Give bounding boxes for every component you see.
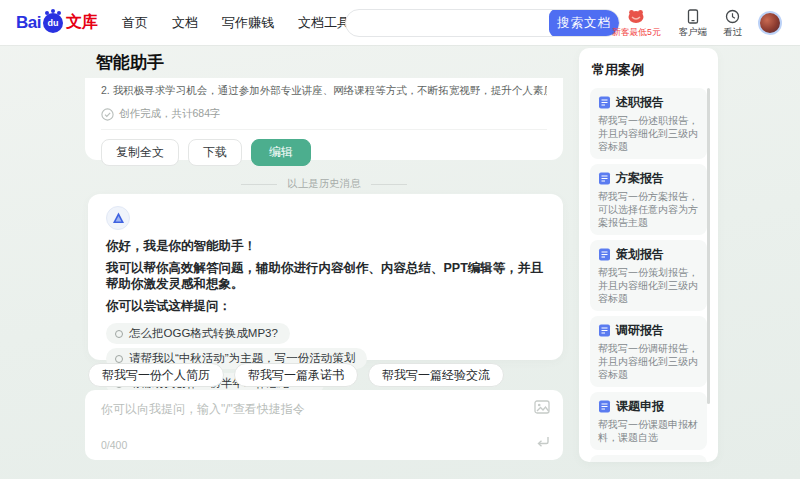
creation-status-text: 创作完成，共计684字 (119, 107, 221, 121)
divider-line-right (371, 184, 407, 185)
logo-du-text: du (47, 18, 58, 28)
header: Bai du 文库 首页 文档 写作赚钱 文档工具 更多 搜索文档 (0, 0, 800, 45)
history-separator (101, 129, 547, 130)
user-avatar[interactable] (758, 11, 782, 35)
search-input[interactable] (346, 10, 549, 36)
case-card-planning-report[interactable]: 策划报告 帮我写一份策划报告，并且内容细化到三级内容标题 (590, 240, 707, 311)
clock-icon (725, 9, 740, 24)
new-customer-promo[interactable]: 新客最低5元 (610, 9, 663, 37)
nav-item-docs[interactable]: 文档 (172, 14, 198, 32)
baidu-wenku-logo[interactable]: Bai du 文库 (16, 12, 98, 33)
page-title: 智能助手 (96, 51, 164, 74)
wenku-logo-icon (112, 212, 125, 224)
quick-chip-commitment[interactable]: 帮我写一篇承诺书 (234, 363, 358, 387)
history-divider-text: 以上是历史消息 (287, 177, 361, 191)
case-desc: 帮我写一份策划报告，并且内容细化到三级内容标题 (598, 266, 699, 305)
promo-label: 新客最低5元 (612, 27, 661, 36)
history-partial-text: 2. 我积极寻求学习机会，通过参加外部专业讲座、网络课程等方式，不断拓宽视野，提… (101, 84, 547, 98)
chat-input-card: 0/400 (85, 390, 563, 460)
case-title: 工作报告 (616, 461, 664, 462)
assistant-greeting: 你好，我是你的智能助手！ (106, 238, 545, 255)
assistant-intro: 我可以帮你高效解答问题，辅助你进行内容创作、内容总结、PPT编辑等，并且帮助你激… (106, 260, 545, 293)
enter-send-icon[interactable] (536, 434, 550, 452)
upload-image-icon[interactable] (534, 400, 550, 418)
case-desc: 帮我写一份课题申报材料，课题自选 (598, 418, 699, 444)
history-actions: 复制全文 下载 编辑 (101, 139, 547, 166)
case-title: 调研报告 (616, 322, 664, 339)
case-desc: 帮我写一份调研报告，并且内容细化到三级内容标题 (598, 342, 699, 381)
suggestion-chip[interactable]: 怎么把OGG格式转换成MP3? (106, 323, 290, 344)
page: Bai du 文库 首页 文档 写作赚钱 文档工具 更多 搜索文档 (0, 0, 800, 479)
common-cases-title: 常用案例 (592, 61, 708, 79)
search-docs-button[interactable]: 搜索文档 (549, 9, 619, 37)
promo-icon (627, 9, 645, 24)
bullet-circle-icon (115, 355, 123, 363)
document-icon (598, 324, 611, 337)
nav-item-home[interactable]: 首页 (122, 14, 148, 32)
edit-button[interactable]: 编辑 (251, 139, 311, 166)
document-icon (598, 248, 611, 261)
case-card-research-report[interactable]: 调研报告 帮我写一份调研报告，并且内容细化到三级内容标题 (590, 316, 707, 387)
assistant-message-card: 你好，我是你的智能助手！ 我可以帮你高效解答问题，辅助你进行内容创作、内容总结、… (88, 194, 563, 360)
case-card-work-report[interactable]: 工作报告 帮我写一份工作报告，工作类型随机 (590, 455, 707, 462)
case-desc: 帮我写一份述职报告，并且内容细化到三级内容标题 (598, 114, 699, 153)
case-title: 方案报告 (616, 170, 664, 187)
case-title: 述职报告 (616, 94, 664, 111)
nav-item-tools[interactable]: 文档工具 (298, 14, 350, 32)
creation-status: 创作完成，共计684字 (101, 107, 547, 121)
quick-chip-resume[interactable]: 帮我写一份个人简历 (88, 363, 224, 387)
char-counter: 0/400 (101, 439, 127, 451)
case-title: 策划报告 (616, 246, 664, 263)
case-title: 课题申报 (616, 398, 664, 415)
search-bar: 搜索文档 (345, 9, 620, 37)
case-card-project-application[interactable]: 课题申报 帮我写一份课题申报材料，课题自选 (590, 392, 707, 450)
document-icon (598, 96, 611, 109)
client-app-entry[interactable]: 客户端 (679, 9, 708, 37)
history-result-card: 2. 我积极寻求学习机会，通过参加外部专业讲座、网络课程等方式，不断拓宽视野，提… (85, 78, 563, 160)
document-icon (598, 172, 611, 185)
sidebar-scrollbar[interactable] (707, 88, 710, 404)
header-right: 新客最低5元 客户端 看过 (610, 0, 782, 45)
logo-bai-text: Bai (16, 13, 41, 33)
nav-item-earn[interactable]: 写作赚钱 (222, 14, 274, 32)
viewed-label: 看过 (723, 27, 742, 37)
divider-line-left (241, 184, 277, 185)
quick-prompt-row: 帮我写一份个人简历 帮我写一篇承诺书 帮我写一篇经验交流 (88, 363, 504, 387)
common-cases-panel: 常用案例 述职报告 帮我写一份述职报告，并且内容细化到三级内容标题 (579, 48, 718, 462)
baidu-paw-icon: du (43, 13, 63, 33)
viewed-history-entry[interactable]: 看过 (723, 9, 742, 37)
chat-input[interactable] (85, 390, 563, 434)
logo-wenku-text: 文库 (66, 12, 98, 33)
download-button[interactable]: 下载 (188, 139, 242, 166)
case-desc: 帮我写一份方案报告，可以选择任意内容为方案报告主题 (598, 190, 699, 229)
bullet-circle-icon (115, 330, 123, 338)
history-divider: 以上是历史消息 (85, 177, 563, 191)
suggestion-text: 怎么把OGG格式转换成MP3? (129, 326, 278, 341)
assistant-try-hint: 你可以尝试这样提问： (106, 298, 545, 315)
document-icon (598, 400, 611, 413)
phone-icon (686, 9, 700, 24)
case-card-debrief-report[interactable]: 述职报告 帮我写一份述职报告，并且内容细化到三级内容标题 (590, 88, 707, 159)
check-circle-icon (101, 108, 114, 121)
client-label: 客户端 (679, 27, 708, 37)
copy-all-button[interactable]: 复制全文 (101, 139, 179, 166)
quick-chip-experience[interactable]: 帮我写一篇经验交流 (368, 363, 504, 387)
case-card-plan-report[interactable]: 方案报告 帮我写一份方案报告，可以选择任意内容为方案报告主题 (590, 164, 707, 235)
assistant-avatar (106, 206, 130, 230)
